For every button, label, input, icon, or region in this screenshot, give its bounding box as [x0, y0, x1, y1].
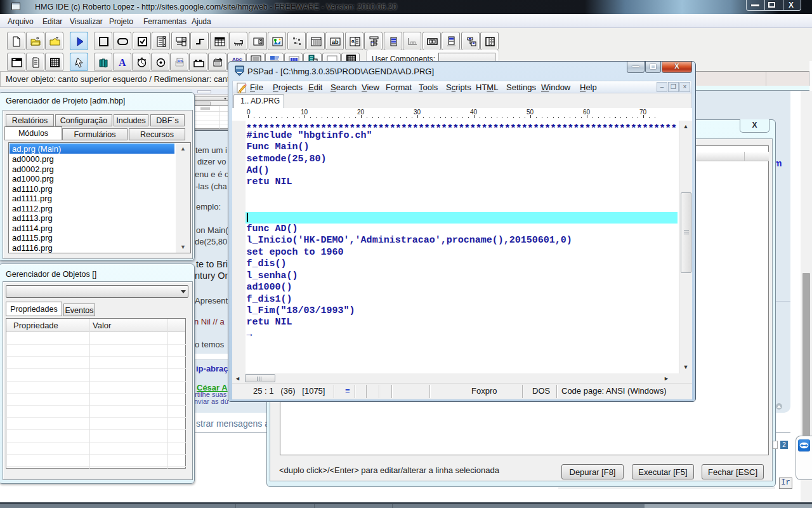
svg-text:A: A: [119, 57, 126, 68]
svg-text:a: a: [351, 38, 355, 44]
svg-text:Rb: Rb: [178, 59, 183, 63]
svg-text:ab: ab: [332, 39, 339, 45]
